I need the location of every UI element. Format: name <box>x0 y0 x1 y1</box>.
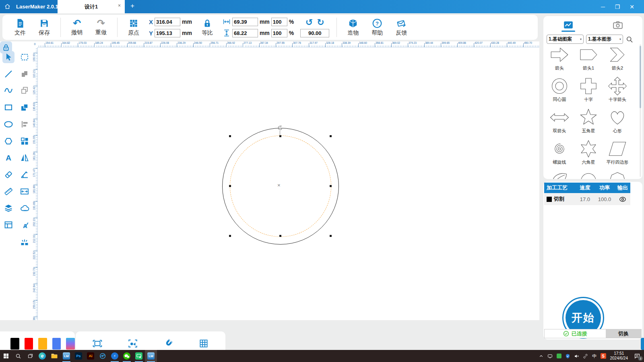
boolean-union-tool[interactable] <box>19 68 31 80</box>
shape-scrollbar[interactable] <box>640 44 641 177</box>
text-tool[interactable]: A <box>2 152 14 164</box>
new-tab-button[interactable]: + <box>128 2 137 10</box>
window-minimize-button[interactable]: ─ <box>596 0 610 13</box>
layers-tool[interactable] <box>2 202 14 214</box>
ellipse-tool[interactable] <box>2 118 14 130</box>
table-tool[interactable] <box>2 219 14 231</box>
marquee-tool[interactable] <box>19 51 31 63</box>
origin-button[interactable]: 原点 <box>122 18 146 37</box>
angle-measure-tool[interactable] <box>19 169 31 181</box>
color-swatch-2[interactable] <box>38 338 47 350</box>
rotation-handle-icon[interactable] <box>277 125 283 131</box>
tray-link[interactable] <box>581 350 590 362</box>
shape-item-partial[interactable] <box>545 171 574 179</box>
angle-input[interactable] <box>300 29 329 37</box>
window-restore-button[interactable]: ❐ <box>610 0 625 13</box>
messenger-app[interactable]: ⚡ <box>109 350 121 362</box>
tray-network[interactable] <box>546 350 555 362</box>
text-path-tool[interactable]: A <box>19 219 31 231</box>
color-swatch-3[interactable] <box>52 338 61 350</box>
shape-item-双箭头[interactable]: 双箭头 <box>545 108 574 134</box>
window-close-button[interactable]: ✕ <box>625 0 639 13</box>
document-tab[interactable]: 设计1 × <box>58 0 125 13</box>
tab-camera[interactable] <box>593 19 642 33</box>
tray-green-app[interactable] <box>555 350 564 362</box>
edge-app[interactable]: e <box>36 350 48 362</box>
undo-button[interactable]: ↶ 撤销 <box>65 19 89 36</box>
height-input[interactable] <box>232 29 258 37</box>
file-explorer[interactable] <box>48 350 60 362</box>
shape-item-六角星[interactable]: 六角星 <box>574 139 603 165</box>
panel-handle[interactable] <box>641 338 644 350</box>
tray-security[interactable] <box>564 350 572 362</box>
illustrator-app[interactable]: Ai <box>85 350 97 362</box>
rotate-cw-icon[interactable]: ↻ <box>317 18 324 27</box>
shape-item-平行四边形[interactable]: 平行四边形 <box>603 139 632 165</box>
shape-item-心形[interactable]: 心形 <box>603 108 632 134</box>
output-toggle[interactable] <box>615 196 630 202</box>
shape-item-partial[interactable] <box>574 171 603 179</box>
tab-close-icon[interactable]: × <box>118 3 121 8</box>
tray-expand[interactable] <box>537 350 546 362</box>
curve-tool[interactable] <box>2 84 14 97</box>
width-pct-input[interactable] <box>271 18 287 26</box>
shape-item-五角星[interactable]: 五角星 <box>574 108 603 134</box>
mirror-tool[interactable] <box>19 152 31 164</box>
taskbar-clock[interactable]: 17:51 2024/6/24 <box>610 351 628 361</box>
help-button[interactable]: ? 帮助 <box>365 18 389 37</box>
selected-circle-shape[interactable] <box>230 136 331 237</box>
shape-item-箭头[interactable]: 箭头 <box>545 45 574 71</box>
magnet-icon[interactable] <box>163 338 173 349</box>
color-swatch-1[interactable] <box>25 338 33 350</box>
line-tool[interactable] <box>2 68 14 80</box>
screencast-app[interactable] <box>133 350 145 362</box>
tab-gallery[interactable] <box>543 19 593 33</box>
file-button[interactable]: 文件 <box>8 18 32 37</box>
save-button[interactable]: 保存 <box>32 18 56 37</box>
process-row-切割[interactable]: 切割 17.0 100.0 <box>544 193 630 205</box>
tray-ime[interactable]: 中 <box>590 350 599 362</box>
selection-handle[interactable] <box>229 135 231 137</box>
rotate-ccw-icon[interactable]: ↺ <box>305 18 313 27</box>
subcategory-select[interactable]: 1.基本图形▾ <box>586 35 623 44</box>
start-button[interactable] <box>0 350 12 362</box>
category-select[interactable]: 1.基础图案▾ <box>547 35 584 44</box>
shape-item-箭头2[interactable]: 箭头2 <box>603 45 632 71</box>
search-taskbar[interactable] <box>12 350 24 362</box>
selection-handle[interactable] <box>229 235 231 237</box>
shape-item-螺旋线[interactable]: 螺旋线 <box>545 139 574 165</box>
selection-handle[interactable] <box>330 185 332 187</box>
create-button[interactable]: 造物 <box>341 18 365 37</box>
tray-volume[interactable] <box>572 350 581 362</box>
select-tool[interactable] <box>2 51 14 63</box>
shape-item-十字箭头[interactable]: 十字箭头 <box>603 76 632 103</box>
eraser-tool[interactable] <box>2 169 14 181</box>
photoshop-app[interactable]: Ps <box>72 350 85 362</box>
selection-handle[interactable] <box>330 235 332 237</box>
x-input[interactable] <box>155 18 180 26</box>
color-swatch-4[interactable] <box>66 338 75 350</box>
expand-tool[interactable] <box>19 185 31 197</box>
align-tool[interactable] <box>19 118 31 130</box>
selection-handle[interactable] <box>330 135 332 137</box>
height-pct-input[interactable] <box>271 29 287 37</box>
tray-recorder[interactable]: S <box>599 350 608 362</box>
shape-item-箭头1[interactable]: 箭头1 <box>574 45 603 71</box>
lasermaker-active[interactable]: LM <box>145 350 157 362</box>
fit-selection-icon[interactable] <box>128 338 138 349</box>
shape-item-十字[interactable]: 十字 <box>574 76 603 103</box>
lasermaker-app[interactable]: LM <box>60 350 72 362</box>
grid-icon[interactable] <box>198 338 209 349</box>
home-button[interactable] <box>0 0 14 13</box>
ruler-tool[interactable] <box>2 185 14 197</box>
lock-ratio-button[interactable]: 等比 <box>195 18 219 37</box>
task-view[interactable] <box>24 350 36 362</box>
internet-explorer-app[interactable]: e <box>97 350 109 362</box>
polygon-tool[interactable] <box>2 135 14 147</box>
search-icon[interactable] <box>625 35 634 43</box>
color-swatch-0[interactable] <box>10 338 19 350</box>
rectangle-tool[interactable] <box>2 101 14 113</box>
width-input[interactable] <box>232 18 258 26</box>
feedback-button[interactable]: 反馈 <box>389 18 413 37</box>
selection-handle[interactable] <box>229 185 231 187</box>
